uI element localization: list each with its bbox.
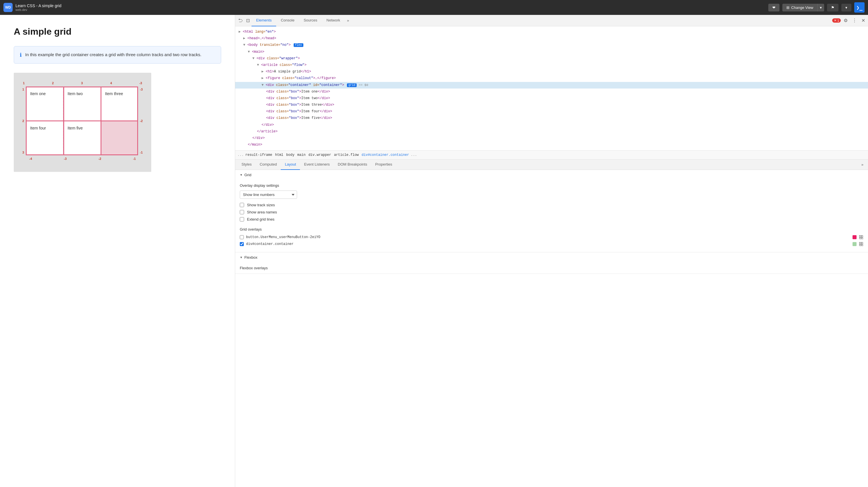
grid-section-arrow: ▼ — [240, 173, 243, 177]
breadcrumb-body[interactable]: body — [285, 152, 296, 158]
overlay-color-2 — [852, 242, 857, 246]
row-num-neg1: -1 — [140, 151, 143, 154]
col-num-3: 3 — [81, 81, 83, 85]
tab-properties[interactable]: Properties — [371, 159, 396, 170]
more-options-button[interactable]: ⋮ — [850, 16, 859, 25]
dom-line[interactable]: ▼ <div class="wrapper"> — [235, 55, 868, 62]
dom-line[interactable]: ▶ <figure class="callout">…</figure> — [235, 75, 868, 82]
tab-console[interactable]: Console — [276, 15, 299, 26]
extend-grid-lines-checkbox[interactable] — [240, 217, 244, 221]
error-x-icon: ✕ — [834, 19, 836, 22]
tab-sources[interactable]: Sources — [299, 15, 322, 26]
more-panel-tabs[interactable]: » — [859, 162, 866, 167]
svg-rect-3 — [861, 238, 863, 239]
tab-elements[interactable]: Elements — [251, 15, 276, 26]
breadcrumb-result-iframe[interactable]: result-iframe — [244, 152, 274, 158]
extend-grid-lines-label: Extend grid lines — [247, 217, 274, 221]
close-devtools-button[interactable]: ✕ — [860, 16, 867, 25]
tab-computed[interactable]: Computed — [255, 159, 281, 170]
flexbox-section-header[interactable]: ▼ Flexbox — [235, 252, 868, 263]
overlay-display-label: Overlay display settings — [240, 183, 863, 188]
dom-line[interactable]: ▼ <article class="flow"> — [235, 62, 868, 68]
dom-line[interactable]: <div class="box">Item two</div> — [235, 95, 868, 102]
dom-line[interactable]: ▼ <main> — [235, 49, 868, 55]
terminal-button[interactable]: ❯_ — [854, 2, 865, 12]
flexbox-section-arrow: ▼ — [240, 256, 243, 259]
breadcrumb-article-flow[interactable]: article.flow — [333, 152, 360, 158]
more-tabs-button[interactable]: » — [345, 18, 351, 23]
panel-tabs: Styles Computed Layout Event Listeners D… — [235, 159, 868, 170]
grid-item-empty — [101, 121, 138, 155]
flexbox-overlays-label: Flexbox overlays — [240, 266, 863, 270]
breadcrumb-div-wrapper[interactable]: div.wrapper — [307, 152, 332, 158]
back-forward-button[interactable]: ⮌ — [236, 16, 244, 25]
change-view-button[interactable]: ⊞ Change View — [782, 4, 817, 11]
col-num-bot-neg2: -2 — [98, 157, 101, 160]
flexbox-section-body: Flexbox overlays — [235, 263, 868, 274]
devtools-panel: ⮌ ⊡ Elements Console Sources Network » ✕… — [235, 15, 868, 487]
devtools-tab-bar: ⮌ ⊡ Elements Console Sources Network » ✕… — [235, 15, 868, 26]
grid-overlays-section: Grid overlays button.UserMenu_userMenuBu… — [240, 227, 863, 246]
heart-button[interactable]: ❤ — [768, 4, 779, 11]
show-line-numbers-select[interactable]: Show line numbers Show track sizes Show … — [240, 190, 297, 199]
svg-rect-4 — [859, 242, 861, 244]
dom-line[interactable]: ▼ <body translate="no"> flex — [235, 42, 868, 49]
col-num-bot-neg4: -4 — [29, 157, 32, 160]
tab-styles[interactable]: Styles — [238, 159, 255, 170]
dom-line[interactable]: ▶ <head>…</head> — [235, 35, 868, 42]
breadcrumb-div-container[interactable]: div#container.container — [361, 152, 410, 158]
row-num-2: 2 — [22, 119, 24, 123]
tab-event-listeners[interactable]: Event Listeners — [300, 159, 334, 170]
grid-section-header[interactable]: ▼ Grid — [235, 170, 868, 180]
info-box: ℹ In this example the grid container cre… — [14, 46, 221, 64]
overlay-label-2: div#container.container — [246, 242, 293, 246]
show-area-names-row: Show area names — [240, 210, 863, 214]
row-num-neg2: -2 — [140, 119, 143, 123]
change-view-dropdown[interactable]: ▾ — [817, 4, 824, 11]
svg-rect-1 — [861, 236, 863, 237]
devtools-actions: ✕ 1 ⚙ ⋮ ✕ — [832, 16, 867, 25]
grid-item-4: Item four — [26, 121, 63, 155]
svg-rect-6 — [859, 244, 861, 246]
dom-tree: ▶ <html lang="en"> ▶ <head>…</head> ▼ <b… — [235, 26, 868, 150]
dom-line[interactable]: ▶ <h1>A simple grid</h1> — [235, 68, 868, 75]
dropdown-button[interactable]: ▾ — [841, 4, 851, 11]
main-layout: A simple grid ℹ In this example the grid… — [0, 15, 868, 487]
grid-container: Item one Item two Item three Item four I… — [26, 87, 138, 155]
overlay-label-1: button.UserMenu_userMenuButton-2eiYO — [246, 235, 320, 239]
overlay-checkbox-2[interactable] — [240, 242, 244, 246]
flexbox-section: ▼ Flexbox Flexbox overlays — [235, 252, 868, 274]
tab-layout[interactable]: Layout — [281, 159, 300, 170]
tab-dom-breakpoints[interactable]: DOM Breakpoints — [334, 159, 371, 170]
col-num-2: 2 — [52, 81, 54, 85]
bookmark-button[interactable]: ⚑ — [827, 4, 838, 11]
info-text: In this example the grid container creat… — [25, 52, 202, 58]
dom-line-selected[interactable]: ▼ <div class="container" id="container">… — [235, 82, 868, 89]
inspect-element-button[interactable]: ⊡ — [244, 16, 251, 25]
dom-line[interactable]: <div class="box">Item one</div> — [235, 89, 868, 95]
dom-line[interactable]: <div class="box">Item four</div> — [235, 108, 868, 115]
settings-button[interactable]: ⚙ — [842, 16, 849, 25]
dom-line[interactable]: </div> — [235, 122, 868, 128]
breadcrumb-main[interactable]: main — [296, 152, 307, 158]
tab-network[interactable]: Network — [322, 15, 345, 26]
show-track-sizes-checkbox[interactable] — [240, 203, 244, 207]
dom-line[interactable]: ▶ <html lang="en"> — [235, 29, 868, 35]
dom-line[interactable]: </main> — [235, 142, 868, 148]
dom-line[interactable]: </div> — [235, 135, 868, 142]
breadcrumb-html[interactable]: html — [274, 152, 284, 158]
overlay-grid-icon-2[interactable] — [859, 242, 863, 246]
show-area-names-checkbox[interactable] — [240, 210, 244, 214]
dom-line[interactable]: <div class="box">Item five</div> — [235, 115, 868, 121]
grid-section-label: Grid — [244, 173, 251, 177]
error-badge[interactable]: ✕ 1 — [832, 18, 841, 23]
grid-body: 1 2 3 — [22, 87, 143, 155]
dom-line[interactable]: <div class="box">Item three</div> — [235, 102, 868, 108]
overlay-checkbox-1[interactable] — [240, 235, 244, 239]
breadcrumb-start-dots[interactable]: ... — [238, 153, 244, 157]
grid-item-1: Item one — [26, 87, 63, 121]
overlay-select-row: Show line numbers Show track sizes Show … — [240, 190, 863, 199]
overlay-grid-icon-1[interactable] — [859, 235, 863, 240]
breadcrumb-end-dots[interactable]: ... — [411, 153, 417, 157]
dom-line[interactable]: </article> — [235, 128, 868, 135]
